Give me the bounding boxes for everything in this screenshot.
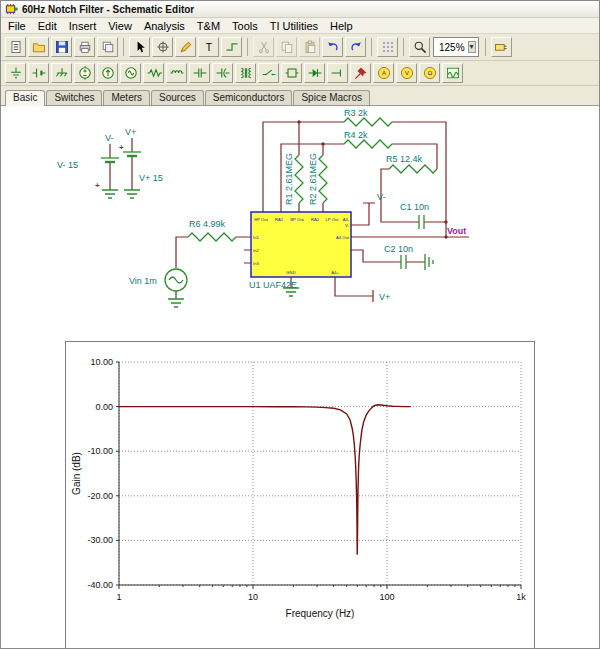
earth-button[interactable] (51, 63, 72, 83)
oscilloscope-button[interactable] (442, 63, 463, 83)
ic-pin-label: In3 (253, 261, 259, 266)
tab-spice-macros[interactable]: Spice Macros (293, 90, 370, 105)
component-tab-bar: BasicSwitchesMetersSourcesSemiconductors… (1, 86, 599, 106)
y-tick-label: -10.00 (87, 446, 113, 456)
resistor-r4-symbol (344, 140, 392, 148)
menu-file[interactable]: File (3, 20, 31, 32)
tab-basic[interactable]: Basic (5, 90, 45, 106)
terminal-button[interactable] (327, 63, 348, 83)
tab-semiconductors[interactable]: Semiconductors (205, 90, 293, 105)
capacitor-c1-symbol (419, 215, 424, 229)
capacitor-icon (192, 65, 208, 81)
menu-view[interactable]: View (103, 20, 137, 32)
capacitor-button[interactable] (189, 63, 210, 83)
c1-label: C1 10n (400, 202, 429, 212)
ohmmeter-button[interactable]: Ω (419, 63, 440, 83)
toolbar-separator (371, 38, 372, 56)
probe-button[interactable] (350, 63, 371, 83)
text-tool-button[interactable]: T (198, 37, 219, 57)
polarized-capacitor-button[interactable] (212, 63, 233, 83)
zoom-level-combo[interactable]: 125%▾ (433, 37, 479, 57)
menu-tools[interactable]: Tools (227, 20, 263, 32)
zoom-level-value: 125% (439, 42, 465, 53)
menu-analysis[interactable]: Analysis (139, 20, 190, 32)
r2-label: R2 2.61MEG (308, 153, 318, 205)
toolbar-separator (403, 38, 404, 56)
copy-window-button[interactable] (97, 37, 118, 57)
grid-toggle-button[interactable] (377, 37, 398, 57)
schematic-drawing: HP Out RA1 BP Out RA2 LP Out A4- In1 In2… (1, 106, 599, 352)
zoom-tool-button[interactable] (409, 37, 430, 57)
generator-button[interactable] (120, 63, 141, 83)
save-button[interactable] (51, 37, 72, 57)
ic-pin-label: V- (345, 223, 350, 228)
paste-button[interactable] (299, 37, 320, 57)
voltmeter-button[interactable]: V (396, 63, 417, 83)
terminal-icon (330, 65, 346, 81)
y-axis-label: Gain (dB) (71, 452, 82, 495)
menu-insert[interactable]: Insert (64, 20, 102, 32)
ammeter-button[interactable]: A (373, 63, 394, 83)
open-folder-button[interactable] (28, 37, 49, 57)
cut-button[interactable] (253, 37, 274, 57)
relay-icon (284, 65, 300, 81)
vplus-rail-label: V+ (125, 127, 136, 137)
resistor-button[interactable] (143, 63, 164, 83)
copy-button[interactable] (276, 37, 297, 57)
svg-text:T: T (205, 42, 212, 53)
battery-icon (31, 65, 47, 81)
menu-ti-utilities[interactable]: TI Utilities (265, 20, 323, 32)
schematic-editor-window: 60Hz Notch Filter - Schematic Editor Fil… (0, 0, 600, 649)
transformer-button[interactable] (235, 63, 256, 83)
switch-button[interactable] (258, 63, 279, 83)
pan-hand-button[interactable] (152, 37, 173, 57)
select-cursor-button[interactable] (129, 37, 150, 57)
menu-t-m[interactable]: T&M (192, 20, 225, 32)
redo-button[interactable] (345, 37, 366, 57)
menu-edit[interactable]: Edit (33, 20, 62, 32)
diode-icon (307, 65, 323, 81)
menu-help[interactable]: Help (325, 20, 358, 32)
transformer-icon (238, 65, 254, 81)
tab-sources[interactable]: Sources (151, 90, 204, 105)
svg-text:A: A (381, 70, 385, 76)
battery-plus-mark: + (95, 181, 100, 190)
relay-button[interactable] (281, 63, 302, 83)
title-bar[interactable]: 60Hz Notch Filter - Schematic Editor (1, 1, 599, 18)
paste-icon (302, 39, 318, 55)
wire-tool-button[interactable] (221, 37, 242, 57)
diagram-panel: 10.000.00-10.00-20.00-30.00-40.001101001… (65, 341, 535, 648)
current-source-button[interactable] (97, 63, 118, 83)
toolbar-separator (485, 38, 486, 56)
inductor-button[interactable] (166, 63, 187, 83)
tab-switches[interactable]: Switches (46, 90, 102, 105)
print-icon (77, 39, 93, 55)
grid-toggle-icon (380, 39, 396, 55)
save-icon (54, 39, 70, 55)
inductor-icon (169, 65, 185, 81)
resistor-r3-symbol (344, 118, 392, 126)
voltage-source-button[interactable] (74, 63, 95, 83)
tab-meters[interactable]: Meters (103, 90, 150, 105)
r1-label: R1 2.61MEG (284, 153, 294, 205)
resistor-r2-symbol (319, 155, 327, 203)
vplus-node-label: V+ (379, 292, 390, 302)
component-checker-icon (493, 39, 509, 55)
combo-dropdown-icon[interactable]: ▾ (468, 41, 476, 53)
resistor-r1-symbol (295, 155, 303, 203)
undo-icon (325, 39, 341, 55)
schematic-canvas[interactable]: HP Out RA1 BP Out RA2 LP Out A4- In1 In2… (1, 106, 599, 648)
ground-button[interactable] (5, 63, 26, 83)
component-checker-button[interactable] (491, 37, 512, 57)
print-button[interactable] (74, 37, 95, 57)
y-tick-label: -40.00 (87, 580, 113, 590)
diode-button[interactable] (304, 63, 325, 83)
ic-u1[interactable]: HP Out RA1 BP Out RA2 LP Out A4- In1 In2… (251, 212, 351, 277)
undo-button[interactable] (322, 37, 343, 57)
y-tick-label: 0.00 (95, 402, 113, 412)
edit-pencil-button[interactable] (175, 37, 196, 57)
polarized-capacitor-icon (215, 65, 231, 81)
gain-curve (119, 405, 411, 555)
battery-button[interactable] (28, 63, 49, 83)
new-file-button[interactable] (5, 37, 26, 57)
